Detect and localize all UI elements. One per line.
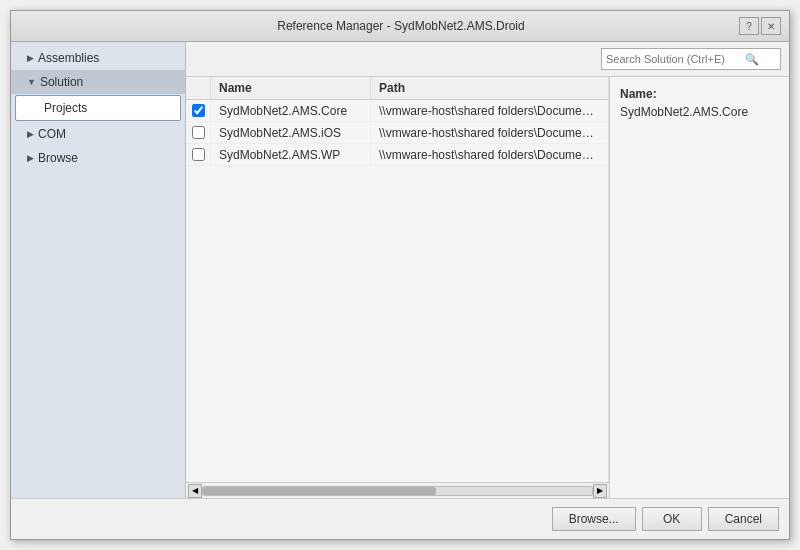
title-bar: Reference Manager - SydMobNet2.AMS.Droid… — [11, 11, 789, 42]
sidebar-item-assemblies-label: Assemblies — [38, 51, 99, 65]
footer: Browse... OK Cancel — [11, 498, 789, 539]
com-arrow-icon: ▶ — [27, 129, 34, 139]
col-header-path: Path — [370, 77, 608, 99]
horizontal-scrollbar[interactable]: ◀ ▶ — [186, 482, 609, 498]
table-row[interactable]: SydMobNet2.AMS.iOS \\vmware-host\shared … — [186, 122, 608, 144]
title-buttons: ? ✕ — [739, 17, 781, 35]
table-container: Name Path SydMobNet2.AMS.Core \\vmware-h… — [186, 77, 609, 498]
detail-panel: Name: SydMobNet2.AMS.Core — [609, 77, 789, 498]
solution-arrow-icon: ▼ — [27, 77, 36, 87]
row-1-name: SydMobNet2.AMS.Core — [210, 101, 370, 121]
row-3-name: SydMobNet2.AMS.WP — [210, 145, 370, 165]
col-header-name: Name — [210, 77, 370, 99]
table-header: Name Path — [186, 77, 608, 100]
reference-manager-dialog: Reference Manager - SydMobNet2.AMS.Droid… — [10, 10, 790, 540]
row-3-path: \\vmware-host\shared folders\Documents\\ — [370, 145, 608, 165]
dialog-title: Reference Manager - SydMobNet2.AMS.Droid — [63, 19, 739, 33]
sidebar-item-solution[interactable]: ▼ Solution — [11, 70, 185, 94]
sidebar-item-com[interactable]: ▶ COM — [11, 122, 185, 146]
scroll-right-button[interactable]: ▶ — [593, 484, 607, 498]
scrollbar-thumb[interactable] — [203, 487, 436, 495]
ok-button[interactable]: OK — [642, 507, 702, 531]
sidebar-item-solution-label: Solution — [40, 75, 83, 89]
row-2-path: \\vmware-host\shared folders\Documents\\ — [370, 123, 608, 143]
cancel-button[interactable]: Cancel — [708, 507, 779, 531]
row-2-checkbox[interactable] — [192, 126, 205, 139]
table-row[interactable]: SydMobNet2.AMS.WP \\vmware-host\shared f… — [186, 144, 608, 166]
content-area: ▶ Assemblies ▼ Solution Projects ▶ COM ▶… — [11, 42, 789, 498]
col-header-check — [186, 77, 210, 99]
assemblies-arrow-icon: ▶ — [27, 53, 34, 63]
row-3-checkbox[interactable] — [192, 148, 205, 161]
search-icon[interactable]: 🔍 — [742, 49, 762, 69]
detail-value: SydMobNet2.AMS.Core — [620, 105, 779, 119]
sidebar-item-projects-label: Projects — [44, 101, 87, 115]
help-button[interactable]: ? — [739, 17, 759, 35]
left-nav-panel: ▶ Assemblies ▼ Solution Projects ▶ COM ▶… — [11, 42, 186, 498]
table-scroll-area[interactable]: Name Path SydMobNet2.AMS.Core \\vmware-h… — [186, 77, 609, 482]
browse-arrow-icon: ▶ — [27, 153, 34, 163]
sidebar-item-assemblies[interactable]: ▶ Assemblies — [11, 46, 185, 70]
table-row[interactable]: SydMobNet2.AMS.Core \\vmware-host\shared… — [186, 100, 608, 122]
search-bar: 🔍 — [186, 42, 789, 77]
row-1-check-cell — [186, 100, 210, 121]
sidebar-item-projects[interactable]: Projects — [15, 95, 181, 121]
scrollbar-track[interactable] — [202, 486, 593, 496]
sidebar-item-com-label: COM — [38, 127, 66, 141]
row-3-check-cell — [186, 144, 210, 165]
scroll-left-button[interactable]: ◀ — [188, 484, 202, 498]
row-1-checkbox[interactable] — [192, 104, 205, 117]
row-2-name: SydMobNet2.AMS.iOS — [210, 123, 370, 143]
sidebar-item-browse-label: Browse — [38, 151, 78, 165]
search-input[interactable] — [602, 53, 742, 65]
browse-button[interactable]: Browse... — [552, 507, 636, 531]
sidebar-item-browse[interactable]: ▶ Browse — [11, 146, 185, 170]
row-1-path: \\vmware-host\shared folders\Documents\\ — [370, 101, 608, 121]
detail-label: Name: — [620, 87, 779, 101]
close-button[interactable]: ✕ — [761, 17, 781, 35]
row-2-check-cell — [186, 122, 210, 143]
search-box: 🔍 — [601, 48, 781, 70]
